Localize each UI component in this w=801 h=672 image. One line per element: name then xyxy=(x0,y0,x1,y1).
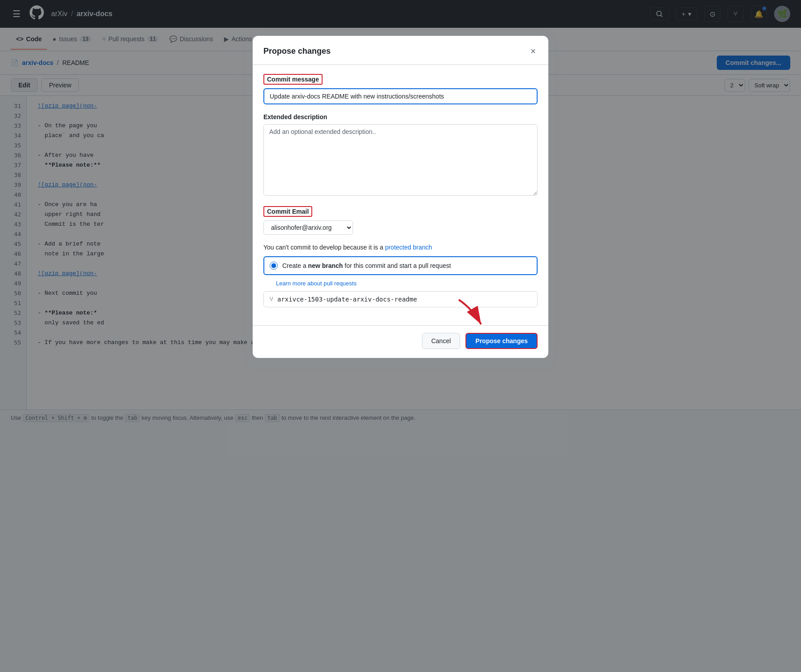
learn-more-link[interactable]: Learn more about pull requests xyxy=(276,280,357,287)
commit-email-select[interactable]: alisonhofer@arxiv.org xyxy=(263,220,353,235)
modal-title: Propose changes xyxy=(263,47,331,56)
extended-description-label: Extended description xyxy=(263,113,538,121)
propose-changes-button[interactable]: Propose changes xyxy=(465,333,538,349)
extended-description-section: Extended description xyxy=(263,113,538,197)
cancel-button[interactable]: Cancel xyxy=(422,333,461,349)
commit-email-section: Commit Email alisonhofer@arxiv.org xyxy=(263,206,538,235)
commit-email-label: Commit Email xyxy=(263,206,312,217)
branch-notice-section: You can't commit to develop because it i… xyxy=(263,244,538,307)
new-branch-label: Create a new branch for this commit and … xyxy=(282,262,451,269)
propose-changes-modal: Propose changes × Commit message Extende… xyxy=(253,36,548,358)
modal-footer: Cancel Propose changes xyxy=(253,325,548,358)
protected-branch-link[interactable]: protected branch xyxy=(385,244,432,251)
modal-close-button[interactable]: × xyxy=(529,45,538,57)
new-branch-radio-option[interactable]: Create a new branch for this commit and … xyxy=(263,256,538,275)
commit-message-label: Commit message xyxy=(263,74,323,85)
branch-name-input[interactable] xyxy=(277,296,532,303)
commit-message-input[interactable] xyxy=(263,88,538,104)
new-branch-radio[interactable] xyxy=(270,262,278,270)
modal-header: Propose changes × xyxy=(253,36,548,65)
branch-icon: ⑂ xyxy=(269,295,274,303)
extended-description-textarea[interactable] xyxy=(263,124,538,196)
modal-overlay: Propose changes × Commit message Extende… xyxy=(0,0,801,672)
modal-body: Commit message Extended description Comm… xyxy=(253,65,548,325)
branch-notice-text: You can't commit to develop because it i… xyxy=(263,244,538,251)
branch-name-wrapper: ⑂ xyxy=(263,291,538,307)
commit-message-section: Commit message xyxy=(263,74,538,104)
